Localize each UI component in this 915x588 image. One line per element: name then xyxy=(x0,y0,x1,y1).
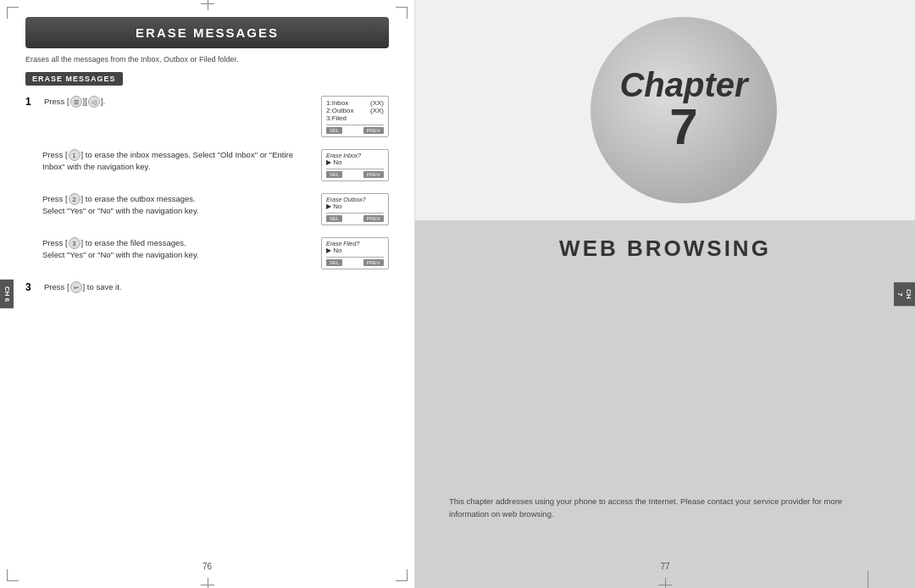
step-3-number: 3 xyxy=(25,281,37,293)
screen-row-3: 3:Filed xyxy=(326,114,384,122)
screen-1-buttons: SEL PREV xyxy=(326,125,384,134)
screen-outbox-buttons: SEL PREV xyxy=(326,213,384,222)
reg-mark-bottom-left xyxy=(201,578,214,588)
section-heading: ERASE MESSAGES xyxy=(25,72,123,86)
prev-icon: ◁ xyxy=(88,96,100,108)
corner-mark-tr xyxy=(396,7,408,19)
screen-filed: Erase Filed? ▶ No SEL PREV xyxy=(321,237,389,269)
chapter-number: 7 xyxy=(669,102,697,153)
sel-btn: SEL xyxy=(326,127,342,134)
description-text: This chapter addresses using your phone … xyxy=(449,495,881,520)
screen-filed-option: ▶ No xyxy=(326,247,384,254)
screen-1: 1:Inbox(XX) 2:Outbox(XX) 3:Filed SEL PRE… xyxy=(321,96,389,137)
step-1-text: Press [☰][◁]. xyxy=(44,96,311,108)
prev-btn-2: PREV xyxy=(363,171,384,178)
page-number-right: 77 xyxy=(660,562,669,571)
substep-filed: Press [3] to erase the filed messages. S… xyxy=(42,237,389,269)
key-1-icon: 1 xyxy=(69,149,80,161)
screen-filed-title: Erase Filed? xyxy=(326,241,384,247)
prev-btn: PREV xyxy=(363,127,384,134)
subtitle-text: Erases all the messages from the Inbox, … xyxy=(25,55,389,64)
substep-outbox: Press [2] to erase the outbox messages. … xyxy=(42,193,389,225)
key-2-icon: 2 xyxy=(69,193,80,205)
v-line-bottom-right xyxy=(868,571,868,588)
prev-btn-3: PREV xyxy=(363,215,384,222)
right-page: Chapter 7 WEB BROWSING This chapter addr… xyxy=(415,0,915,588)
step-1-number: 1 xyxy=(25,96,37,108)
menu-icon: ☰ xyxy=(70,96,82,108)
page-number-left: 76 xyxy=(202,562,212,571)
screen-row-2: 2:Outbox(XX) xyxy=(326,107,384,114)
substep-inbox-content: Press [1] to erase the inbox messages. S… xyxy=(42,149,311,181)
chapter-title-area: WEB BROWSING xyxy=(415,236,915,262)
screen-row-1: 1:Inbox(XX) xyxy=(326,99,384,107)
page-title: ERASE MESSAGES xyxy=(42,25,372,40)
sel-btn-2: SEL xyxy=(326,171,342,178)
key-3-icon: 3 xyxy=(69,237,80,249)
substep-outbox-content: Press [2] to erase the outbox messages. … xyxy=(42,193,311,225)
step-1: 1 Press [☰][◁]. 1:Inbox(XX) 2:Outbox(XX)… xyxy=(25,96,389,137)
substep-outbox-text-1: Press [2] to erase the outbox messages. xyxy=(42,193,311,205)
screen-outbox-title: Erase Outbox? xyxy=(326,197,384,202)
screen-inbox-buttons: SEL PREV xyxy=(326,169,384,178)
right-description: This chapter addresses using your phone … xyxy=(449,495,881,520)
reg-mark-top xyxy=(201,0,214,10)
screen-inbox: Erase Inbox? ▶ No SEL PREV xyxy=(321,149,389,181)
step-1-content: Press [☰][◁]. xyxy=(44,96,311,111)
chapter-tab-right: CH7 xyxy=(894,282,915,306)
substep-filed-text-2: Select "Yes" or "No" with the navigation… xyxy=(42,249,311,261)
substep-filed-content: Press [3] to erase the filed messages. S… xyxy=(42,237,311,269)
substep-outbox-text-2: Select "Yes" or "No" with the navigation… xyxy=(42,205,311,217)
chapter-label: Chapter xyxy=(619,68,747,102)
right-gray-area xyxy=(415,220,915,588)
substep-inbox: Press [1] to erase the inbox messages. S… xyxy=(42,149,389,181)
step-3-content: Press [↩] to save it. xyxy=(44,281,389,297)
chapter-title: WEB BROWSING xyxy=(415,236,915,262)
screen-outbox: Erase Outbox? ▶ No SEL PREV xyxy=(321,193,389,225)
chapter-tab-left: CH 6 xyxy=(0,280,14,308)
screen-inbox-option: ▶ No xyxy=(326,158,384,166)
page-spread: CH 6 ERASE MESSAGES Erases all the messa… xyxy=(0,0,915,588)
corner-mark-tl xyxy=(7,7,19,19)
left-page: CH 6 ERASE MESSAGES Erases all the messa… xyxy=(0,0,415,588)
screen-inbox-title: Erase Inbox? xyxy=(326,153,384,158)
sel-btn-4: SEL xyxy=(326,259,342,266)
corner-mark-br xyxy=(396,569,408,581)
step-3-text: Press [↩] to save it. xyxy=(44,281,389,293)
chapter-circle: Chapter 7 xyxy=(591,17,777,203)
step-3: 3 Press [↩] to save it. xyxy=(25,281,389,297)
prev-btn-4: PREV xyxy=(363,259,384,266)
reg-mark-bottom-right xyxy=(658,578,672,588)
screen-filed-buttons: SEL PREV xyxy=(326,257,384,266)
substep-filed-text-1: Press [3] to erase the filed messages. xyxy=(42,237,311,249)
corner-mark-bl xyxy=(7,569,19,581)
substep-inbox-text: Press [1] to erase the inbox messages. S… xyxy=(42,149,311,174)
screen-outbox-option: ▶ No xyxy=(326,202,384,210)
save-icon: ↩ xyxy=(70,281,82,293)
sel-btn-3: SEL xyxy=(326,215,342,222)
page-title-box: ERASE MESSAGES xyxy=(25,17,389,48)
